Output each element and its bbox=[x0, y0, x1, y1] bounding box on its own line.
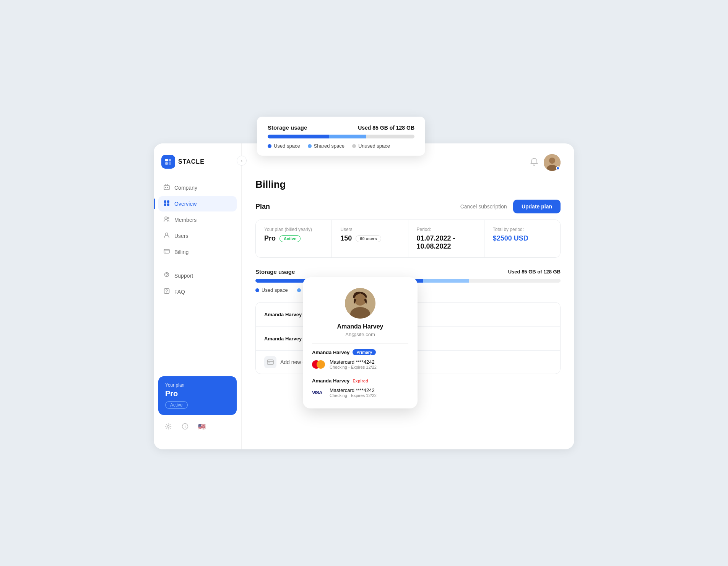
update-plan-button[interactable]: Update plan bbox=[513, 200, 561, 213]
sidebar-item-billing[interactable]: Billing bbox=[158, 244, 237, 260]
sidebar-item-company[interactable]: Company bbox=[158, 180, 237, 195]
svg-point-18 bbox=[166, 292, 167, 293]
svg-rect-1 bbox=[169, 159, 171, 161]
profile-payment-expired: Amanda Harvey Expired VISA Mastercard **… bbox=[312, 378, 408, 398]
nav-section: Company Overview bbox=[154, 180, 241, 376]
profile-payment-name-0: Amanda Harvey bbox=[312, 350, 349, 355]
company-label: Company bbox=[174, 185, 197, 191]
profile-mc-logo bbox=[312, 360, 326, 369]
profile-card-row-0: Mastercard ****4242 Checking - Expires 1… bbox=[312, 359, 408, 369]
storage-title: Storage usage bbox=[255, 268, 295, 275]
svg-rect-3 bbox=[169, 162, 171, 165]
svg-rect-0 bbox=[165, 159, 168, 161]
plan-box-name: Pro bbox=[165, 389, 230, 398]
plan-box-label: Your plan bbox=[165, 382, 230, 388]
profile-email: Ah@site.com bbox=[345, 332, 375, 337]
used-dot bbox=[268, 144, 271, 148]
svg-rect-2 bbox=[165, 162, 168, 165]
plan-cards: Your plan (billed yearly) Pro Active Use… bbox=[255, 220, 561, 258]
sidebar: STACLE ‹ Company bbox=[154, 143, 242, 449]
profile-card-sub-1: Checking - Expires 12/22 bbox=[330, 393, 377, 398]
svg-rect-4 bbox=[164, 185, 169, 190]
svg-point-19 bbox=[167, 426, 169, 428]
svg-rect-5 bbox=[165, 187, 166, 188]
profile-payment-primary: Amanda Harvey Primary Mastercard ****424… bbox=[312, 349, 408, 369]
profile-payment-owner-0: Amanda Harvey Primary bbox=[312, 349, 408, 355]
plan-card-users: Users 150 60 users bbox=[332, 220, 408, 257]
logo: STACLE bbox=[154, 155, 241, 180]
storage-header: Storage usage Used 85 GB of 128 GB bbox=[255, 268, 561, 275]
total-card-value: $2500 USD bbox=[493, 234, 552, 242]
language-icon-btn[interactable]: 🇺🇸 bbox=[197, 421, 207, 432]
billing-icon bbox=[163, 248, 171, 256]
settings-icon-btn[interactable] bbox=[163, 421, 174, 432]
users-label: Users bbox=[174, 233, 188, 239]
profile-divider bbox=[312, 343, 408, 344]
period-card-label: Period: bbox=[417, 227, 476, 232]
tooltip-used: Used 85 GB of 128 GB bbox=[358, 125, 414, 131]
members-icon bbox=[163, 216, 171, 224]
unused-dot bbox=[352, 144, 356, 148]
used-bar-segment bbox=[268, 135, 329, 138]
profile-name: Amanda Harvey bbox=[337, 323, 384, 330]
add-card-icon bbox=[264, 356, 276, 368]
svg-rect-8 bbox=[167, 200, 169, 203]
svg-rect-25 bbox=[267, 360, 273, 364]
plan-section-header: Plan Cancel subscription Update plan bbox=[255, 200, 561, 213]
users-card-label: Users bbox=[340, 227, 399, 232]
main-shared-dot bbox=[297, 288, 301, 292]
legend-shared: Shared space bbox=[308, 143, 344, 149]
overview-icon bbox=[163, 200, 171, 208]
sidebar-item-support[interactable]: Support bbox=[158, 268, 237, 283]
svg-rect-14 bbox=[164, 249, 169, 253]
sidebar-item-overview[interactable]: Overview bbox=[158, 196, 237, 211]
svg-rect-10 bbox=[167, 203, 169, 206]
sidebar-bottom: Your plan Pro Active bbox=[154, 376, 241, 438]
cancel-subscription-button[interactable]: Cancel subscription bbox=[460, 203, 507, 210]
profile-card-info-1: Mastercard ****4242 Checking - Expires 1… bbox=[330, 387, 377, 398]
shared-dot bbox=[308, 144, 312, 148]
profile-visa-logo: VISA bbox=[312, 390, 326, 395]
profile-card-name-1: Mastercard ****4242 bbox=[330, 387, 377, 393]
period-card-value: 01.07.2022 - 10.08.2022 bbox=[417, 234, 476, 250]
avatar-wrapper[interactable] bbox=[544, 154, 561, 171]
svg-point-13 bbox=[166, 233, 168, 235]
sidebar-item-users[interactable]: Users bbox=[158, 228, 237, 244]
primary-badge: Primary bbox=[353, 349, 376, 355]
profile-payment-name-1: Amanda Harvey bbox=[312, 378, 349, 384]
profile-popup: Amanda Harvey Ah@site.com Amanda Harvey … bbox=[303, 277, 418, 408]
shared-bar-segment bbox=[329, 135, 366, 138]
plan-box: Your plan Pro Active bbox=[158, 376, 237, 415]
svg-point-21 bbox=[185, 425, 185, 426]
profile-card-row-1: VISA Mastercard ****4242 Checking - Expi… bbox=[312, 387, 408, 398]
active-badge: Active bbox=[280, 235, 301, 242]
info-icon-btn[interactable] bbox=[180, 421, 190, 432]
users-icon bbox=[163, 232, 171, 240]
total-card-label: Total by period: bbox=[493, 227, 552, 232]
svg-point-16 bbox=[166, 276, 167, 277]
overview-label: Overview bbox=[174, 201, 197, 207]
main-shared-segment bbox=[423, 279, 469, 283]
logo-text: STACLE bbox=[178, 158, 205, 165]
plan-card-total: Total by period: $2500 USD bbox=[484, 220, 560, 257]
plan-box-badge: Active bbox=[165, 401, 188, 409]
svg-rect-9 bbox=[164, 203, 166, 206]
notification-bell[interactable] bbox=[530, 158, 538, 168]
svg-rect-15 bbox=[165, 252, 166, 253]
profile-mc-orange bbox=[317, 360, 325, 369]
collapse-button[interactable]: ‹ bbox=[237, 156, 247, 166]
plan-section-title: Plan bbox=[255, 203, 270, 211]
sidebar-item-faq[interactable]: FAQ bbox=[158, 284, 237, 299]
profile-card-name-0: Mastercard ****4242 bbox=[330, 359, 377, 365]
svg-rect-6 bbox=[167, 187, 168, 188]
support-icon bbox=[163, 272, 171, 280]
svg-point-12 bbox=[167, 217, 169, 219]
tooltip-legend: Used space Shared space Unused space bbox=[268, 143, 414, 149]
billing-label: Billing bbox=[174, 249, 188, 255]
storage-tooltip: Storage usage Used 85 GB of 128 GB Used … bbox=[257, 117, 425, 156]
logo-icon bbox=[161, 155, 175, 169]
legend-unused: Unused space bbox=[352, 143, 390, 149]
sidebar-item-members[interactable]: Members bbox=[158, 212, 237, 228]
plan-card-your-plan: Your plan (billed yearly) Pro Active bbox=[256, 220, 332, 257]
plan-card-period: Period: 01.07.2022 - 10.08.2022 bbox=[408, 220, 484, 257]
